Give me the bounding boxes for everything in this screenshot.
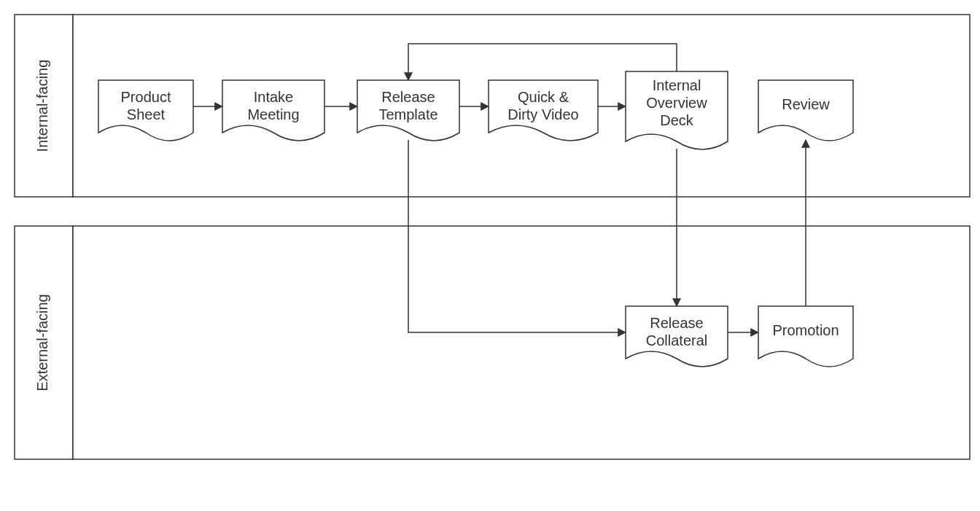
- swimlane-diagram: Internal-facing External-facing Product …: [0, 0, 980, 511]
- node-release-collateral-l1: Release: [650, 315, 703, 331]
- node-review-label: Review: [782, 96, 830, 112]
- node-intake-meeting-l1: Intake: [254, 89, 293, 105]
- node-overview-deck-l2: Overview: [646, 95, 707, 111]
- node-quick-dirty-l1: Quick &: [518, 89, 569, 105]
- node-product-sheet-l1: Product: [121, 89, 171, 105]
- node-intake-meeting-l2: Meeting: [247, 106, 299, 122]
- node-release-template-l1: Release: [381, 89, 435, 105]
- node-overview-deck-l1: Internal: [653, 77, 701, 93]
- node-overview-deck-l3: Deck: [660, 112, 694, 128]
- lane-internal-label: Internal-facing: [34, 60, 50, 152]
- node-quick-dirty-l2: Dirty Video: [508, 106, 578, 122]
- node-release-collateral-l2: Collateral: [646, 332, 707, 348]
- node-product-sheet-l2: Sheet: [127, 106, 166, 122]
- node-release-template-l2: Template: [378, 106, 438, 122]
- lane-external-label: External-facing: [34, 294, 50, 391]
- node-promotion-label: Promotion: [772, 322, 839, 338]
